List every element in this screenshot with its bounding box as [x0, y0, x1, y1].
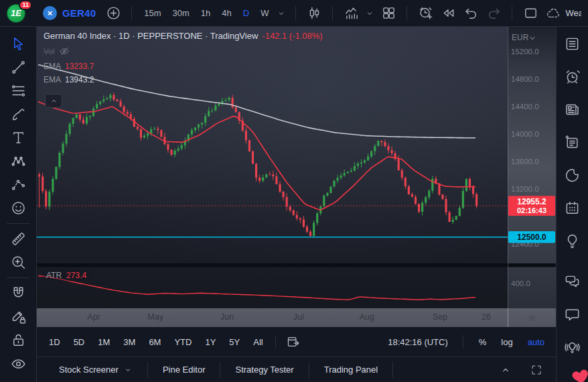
collapse-legend-button[interactable]	[45, 94, 62, 108]
timeframe-30m[interactable]: 30m	[168, 5, 194, 21]
chart-area[interactable]: EUR15200.014800.014400.014000.013600.013…	[37, 27, 556, 308]
redo-icon[interactable]	[483, 3, 504, 24]
main-menu-logo[interactable]: 1E 11	[5, 2, 31, 25]
range-1y-button[interactable]: 1Y	[200, 334, 221, 351]
axis-settings-gear-icon[interactable]	[508, 308, 556, 327]
go-to-date-icon[interactable]	[283, 331, 304, 353]
tab-trading-panel[interactable]: Trading Panel	[309, 362, 393, 378]
alert-plus-icon[interactable]	[415, 3, 436, 24]
chevron-down-icon[interactable]	[275, 3, 288, 24]
trend-line-icon[interactable]	[7, 56, 29, 79]
toolbar-divider	[332, 6, 333, 21]
chevron-down-icon	[123, 365, 133, 375]
svg-text:02:16:43: 02:16:43	[517, 206, 546, 214]
chats-icon[interactable]	[561, 270, 584, 293]
panel-expand-chevron-up-icon[interactable]	[497, 361, 514, 379]
range-5y-button[interactable]: 5Y	[224, 334, 245, 351]
brush-icon[interactable]	[7, 103, 29, 126]
clock-utc[interactable]: 18:42:16 (UTC)	[382, 334, 453, 350]
legend-title: German 40 Index · 1D · PEPPERSTONE · Tra…	[44, 31, 258, 40]
fib-lines-icon[interactable]	[7, 79, 29, 103]
percent-scale-button[interactable]: %	[473, 334, 493, 350]
timeframe-4h[interactable]: 4h	[217, 5, 236, 21]
time-axis-label: Aug	[360, 312, 374, 322]
legend-main-row[interactable]: German 40 Index · 1D · PEPPERSTONE · Tra…	[44, 31, 323, 40]
alerts-clock-icon[interactable]	[561, 65, 584, 88]
magnet-icon[interactable]	[7, 281, 29, 305]
replay-icon[interactable]	[437, 3, 459, 24]
lock-all-icon[interactable]	[7, 328, 29, 352]
range-3m-button[interactable]: 3M	[118, 334, 141, 351]
range-all-button[interactable]: All	[248, 334, 268, 351]
ideas-bulb-icon[interactable]	[561, 229, 584, 252]
comment-icon[interactable]	[561, 303, 584, 326]
toolbar-divider	[295, 6, 296, 21]
watchlist-icon[interactable]	[561, 32, 584, 55]
calendar-icon[interactable]	[561, 196, 584, 219]
compare-add-symbol-icon[interactable]	[102, 3, 124, 24]
support-heart-icon[interactable]	[569, 364, 588, 382]
symbol-name: GER40	[62, 7, 96, 19]
eye-off-icon[interactable]	[59, 46, 70, 57]
ruler-icon[interactable]	[7, 227, 29, 251]
svg-text:EUR: EUR	[512, 33, 529, 42]
grid-icon[interactable]	[378, 3, 399, 24]
timeframe-d[interactable]: D	[238, 5, 254, 21]
text-tool-icon[interactable]	[7, 126, 29, 149]
timeframe-w[interactable]: W	[256, 5, 273, 21]
auto-scale-button[interactable]: auto	[522, 334, 550, 350]
svg-text:14800.0: 14800.0	[511, 75, 539, 83]
legend-change: -142.1 (-1.08%)	[262, 31, 322, 40]
square-icon[interactable]	[520, 3, 541, 24]
cursor-icon[interactable]	[7, 32, 29, 56]
xabcd-pattern-icon[interactable]	[7, 149, 29, 173]
symbol-logo-icon: ×	[43, 6, 57, 20]
cloud-icon[interactable]	[542, 3, 564, 24]
hide-all-icon[interactable]	[7, 352, 29, 375]
atr-legend[interactable]: ATR 273.4	[42, 269, 90, 281]
topbar-right: Wealthy Educ...	[565, 8, 581, 18]
news-icon[interactable]	[561, 98, 584, 121]
bottom-tabs-bar: Stock ScreenerPine EditorStrategy Tester…	[37, 357, 556, 382]
forecast-icon[interactable]	[7, 173, 29, 196]
notification-badge: 11	[19, 0, 32, 10]
timeframe-group: 15m30m1h4hDW	[139, 5, 273, 21]
legend-ema-row-1[interactable]: EMA 13233.7	[44, 62, 323, 70]
legend-ema-row-2[interactable]: EMA 13943.2	[44, 76, 323, 84]
tab-pine-editor[interactable]: Pine Editor	[148, 362, 221, 378]
range-1d-button[interactable]: 1D	[44, 334, 66, 351]
zoom-in-icon[interactable]	[7, 251, 29, 274]
emoji-icon[interactable]	[7, 196, 29, 220]
panel-maximize-icon[interactable]	[528, 361, 545, 379]
time-axis[interactable]: AprMayJunJulAugSep26	[37, 308, 556, 327]
timeframe-15m[interactable]: 15m	[139, 5, 165, 21]
svg-text:13600.0: 13600.0	[511, 157, 539, 166]
atr-label: ATR	[46, 271, 62, 280]
tab-strategy-tester[interactable]: Strategy Tester	[220, 362, 309, 378]
range-1m-button[interactable]: 1M	[92, 334, 115, 351]
streams-icon[interactable]	[561, 336, 584, 359]
range-ytd-button[interactable]: YTD	[169, 334, 197, 351]
symbol-search-button[interactable]: × GER40	[38, 4, 101, 22]
volume-label: Vol	[44, 48, 55, 56]
range-5d-button[interactable]: 5D	[68, 334, 90, 351]
toolbar-divider	[407, 6, 407, 21]
legend-volume-row[interactable]: Vol	[44, 46, 323, 57]
candles-icon[interactable]	[303, 3, 325, 24]
undo-icon[interactable]	[460, 3, 482, 24]
drawing-sync-lock-icon[interactable]	[7, 305, 29, 328]
account-name[interactable]: Wealthy Educ...	[565, 8, 581, 18]
log-scale-button[interactable]: log	[495, 334, 518, 350]
chevron-down-icon[interactable]	[363, 3, 376, 24]
hotlists-icon[interactable]	[561, 164, 584, 186]
right-sidebar	[556, 27, 588, 382]
tab-stock-screener[interactable]: Stock Screener	[44, 362, 148, 378]
indicators-icon[interactable]	[340, 3, 362, 24]
time-axis-label: Jun	[220, 312, 234, 322]
range-6m-button[interactable]: 6M	[143, 334, 166, 351]
svg-text:14400.0: 14400.0	[511, 103, 539, 111]
svg-text:15200.0: 15200.0	[511, 48, 539, 56]
pane-separator[interactable]	[37, 263, 556, 267]
data-window-icon[interactable]	[561, 131, 584, 153]
timeframe-1h[interactable]: 1h	[196, 5, 215, 21]
